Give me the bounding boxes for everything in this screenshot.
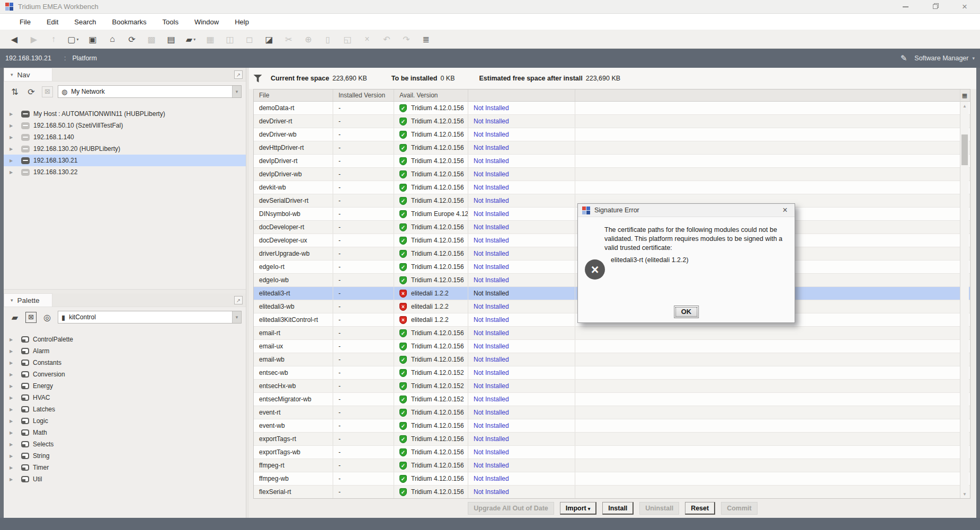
ok-button[interactable]: OK [674, 306, 699, 318]
clear-selection-icon[interactable]: ⊠ [42, 86, 53, 97]
menu-edit[interactable]: Edit [39, 14, 66, 30]
dialog-close-icon[interactable]: × [780, 205, 790, 215]
view-selector[interactable]: Software Manager ▾ [914, 55, 975, 62]
refresh-icon[interactable]: ⟳ [125, 32, 139, 46]
table-row[interactable]: email-wb-✓Tridium 4.12.0.156Not Installe… [254, 353, 970, 366]
import-button[interactable]: Import▾ [560, 502, 596, 515]
nav-item[interactable]: ▶192.168.130.20 (HUBPLiberty) [4, 143, 246, 155]
scrollbar-thumb[interactable] [961, 134, 968, 165]
paste-icon[interactable]: ▯ [321, 32, 335, 46]
expand-arrow-icon[interactable]: ▶ [10, 337, 21, 342]
up-level-icon[interactable]: ↑ [47, 32, 60, 46]
expand-arrow-icon[interactable]: ▶ [10, 123, 21, 128]
table-row[interactable]: demoData-rt-✓Tridium 4.12.0.156Not Insta… [254, 102, 970, 115]
expand-arrow-icon[interactable]: ▶ [10, 384, 21, 389]
palette-item-selects[interactable]: ▶Selects [4, 438, 246, 450]
cut-icon[interactable]: ✂ [282, 32, 296, 46]
breadcrumb-host[interactable]: 192.168.130.21 [5, 55, 51, 62]
menu-search[interactable]: Search [66, 14, 104, 30]
palette-item-logic[interactable]: ▶Logic [4, 415, 246, 427]
table-row[interactable]: devDriver-rt-✓Tridium 4.12.0.156Not Inst… [254, 115, 970, 128]
upgrade-all-out-of-date-button[interactable]: Upgrade All Out of Date [468, 502, 554, 515]
menu-help[interactable]: Help [227, 14, 257, 30]
menu-file[interactable]: File [12, 14, 39, 30]
expand-arrow-icon[interactable]: ▶ [10, 442, 21, 447]
side-bars-icon[interactable]: ▤ [164, 32, 178, 46]
nav-tab[interactable]: ▾ Nav [4, 68, 52, 81]
table-row[interactable]: flexSerial-rt-✓Tridium 4.12.0.156Not Ins… [254, 486, 970, 498]
breadcrumb-platform[interactable]: Platform [72, 55, 97, 62]
copy-icon[interactable]: ⊕ [301, 32, 315, 46]
home-icon[interactable]: ⌂ [105, 32, 119, 46]
palette-combo[interactable]: ▮ kitControl ▾ [58, 311, 242, 324]
save-bog-icon[interactable]: ◻ [243, 32, 256, 46]
table-row[interactable]: entsecMigrator-wb-✓Tridium 4.12.0.152Not… [254, 393, 970, 406]
reset-button[interactable]: Reset [685, 502, 715, 515]
palette-item-math[interactable]: ▶Math [4, 427, 246, 438]
scroll-up-icon[interactable]: ▲ [960, 102, 969, 110]
open-directory-icon[interactable]: ▰▾ [184, 32, 198, 46]
palette-item-latches[interactable]: ▶Latches [4, 403, 246, 415]
table-row[interactable]: devHttpDriver-rt-✓Tridium 4.12.0.156Not … [254, 141, 970, 155]
table-row[interactable]: devkit-wb-✓Tridium 4.12.0.156Not Install… [254, 181, 970, 194]
palette-item-util[interactable]: ▶Util [4, 473, 246, 485]
network-combo[interactable]: ◍ My Network ▾ [58, 85, 242, 98]
close-palette-icon[interactable]: ⊠ [25, 312, 37, 323]
export-icon[interactable]: ◪ [262, 32, 276, 46]
expand-arrow-icon[interactable]: ▶ [10, 361, 21, 365]
menu-window[interactable]: Window [186, 14, 227, 30]
palette-item-hvac[interactable]: ▶HVAC [4, 392, 246, 403]
commit-button[interactable]: Commit [721, 502, 758, 515]
open-palette-icon[interactable]: ▰ [9, 312, 21, 322]
table-row[interactable]: entsecHx-wb-✓Tridium 4.12.0.152Not Insta… [254, 380, 970, 393]
vertical-scrollbar[interactable]: ▦ ▲ ▼ [960, 89, 969, 498]
table-row[interactable]: email-rt-✓Tridium 4.12.0.156Not Installe… [254, 327, 970, 340]
palette-item-timer[interactable]: ▶Timer [4, 462, 246, 473]
save-all-icon[interactable]: ◫ [223, 32, 237, 46]
palette-item-energy[interactable]: ▶Energy [4, 380, 246, 392]
palette-item-string[interactable]: ▶String [4, 450, 246, 462]
expand-arrow-icon[interactable]: ▶ [10, 407, 21, 412]
edit-pencil-icon[interactable]: ✎ [901, 53, 907, 63]
close-icon[interactable]: × [958, 2, 972, 12]
table-row[interactable]: exportTags-wb-✓Tridium 4.12.0.156Not Ins… [254, 446, 970, 459]
expand-arrow-icon[interactable]: ▶ [10, 419, 21, 424]
expand-arrow-icon[interactable]: ▶ [10, 465, 21, 470]
expand-arrow-icon[interactable]: ▶ [10, 372, 21, 377]
table-row[interactable]: devIpDriver-rt-✓Tridium 4.12.0.156Not In… [254, 155, 970, 168]
expand-arrow-icon[interactable]: ▶ [10, 349, 21, 354]
table-row[interactable]: ffmpeg-wb-✓Tridium 4.12.0.156Not Install… [254, 472, 970, 486]
active-plugin-icon[interactable]: ▢▾ [66, 32, 80, 46]
composite-editor-icon[interactable]: ≣ [419, 32, 433, 46]
nav-item[interactable]: ▶192.168.130.21 [4, 155, 246, 166]
table-row[interactable]: devIpDriver-wb-✓Tridium 4.12.0.156Not In… [254, 168, 970, 181]
expand-arrow-icon[interactable]: ▶ [10, 454, 21, 459]
palette-tab[interactable]: ▾ Palette [4, 293, 52, 307]
column-header-avail-version[interactable]: Avail. Version [394, 89, 468, 101]
expand-arrow-icon[interactable]: ▶ [10, 396, 21, 400]
combo-dropdown-icon[interactable]: ▾ [232, 86, 241, 97]
column-header-file[interactable]: File [254, 89, 333, 101]
uninstall-button[interactable]: Uninstall [639, 502, 679, 515]
restore-icon[interactable] [928, 2, 942, 12]
table-options-icon[interactable]: ▦ [960, 89, 969, 102]
table-row[interactable]: event-wb-✓Tridium 4.12.0.156Not Installe… [254, 419, 970, 433]
find-module-icon[interactable]: ◎ [41, 312, 53, 322]
palette-item-controlpalette[interactable]: ▶ControlPalette [4, 334, 246, 345]
table-row[interactable]: event-rt-✓Tridium 4.12.0.156Not Installe… [254, 406, 970, 419]
menu-tools[interactable]: Tools [155, 14, 186, 30]
forward-icon[interactable]: ▶ [27, 32, 41, 46]
scroll-down-icon[interactable]: ▼ [960, 490, 969, 498]
palette-item-conversion[interactable]: ▶Conversion [4, 369, 246, 380]
recent-ords-icon[interactable]: ▩ [145, 32, 158, 46]
palette-item-alarm[interactable]: ▶Alarm [4, 345, 246, 357]
redo-icon[interactable]: ↷ [399, 32, 413, 46]
expand-arrow-icon[interactable]: ▶ [10, 170, 21, 175]
column-header-installed-version[interactable]: Installed Version [333, 89, 394, 101]
install-button[interactable]: Install [602, 502, 634, 515]
expand-arrow-icon[interactable]: ▶ [10, 430, 21, 435]
nav-item[interactable]: ▶192.168.50.10 (SzetiVillTestFal) [4, 120, 246, 131]
undo-icon[interactable]: ↶ [380, 32, 394, 46]
expand-panel-icon[interactable]: ↗ [234, 296, 243, 304]
expand-arrow-icon[interactable]: ▶ [10, 158, 21, 163]
